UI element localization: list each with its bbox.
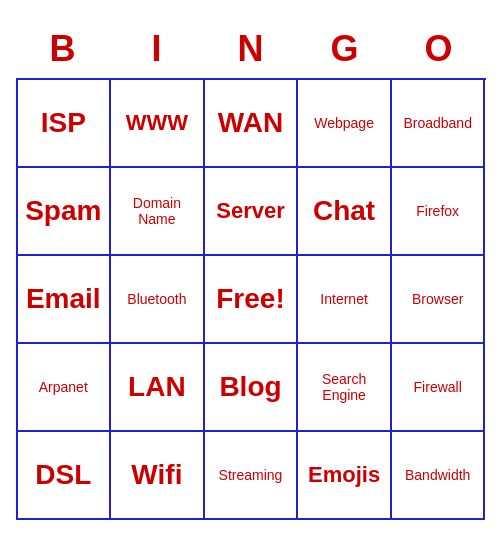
bingo-header: BINGO: [16, 24, 486, 74]
bingo-letter-o: O: [392, 24, 486, 74]
bingo-cell: Streaming: [205, 432, 299, 520]
bingo-cell: LAN: [111, 344, 205, 432]
bingo-card: BINGO ISPWWWWANWebpageBroadbandSpamDomai…: [6, 14, 496, 530]
bingo-cell: Internet: [298, 256, 392, 344]
bingo-letter-n: N: [204, 24, 298, 74]
bingo-cell: Bandwidth: [392, 432, 486, 520]
bingo-cell: WAN: [205, 80, 299, 168]
bingo-cell: Email: [18, 256, 112, 344]
bingo-cell: Browser: [392, 256, 486, 344]
bingo-grid: ISPWWWWANWebpageBroadbandSpamDomain Name…: [16, 78, 486, 520]
bingo-letter-g: G: [298, 24, 392, 74]
bingo-cell: Wifi: [111, 432, 205, 520]
bingo-cell: Chat: [298, 168, 392, 256]
bingo-cell: Spam: [18, 168, 112, 256]
bingo-cell: Firewall: [392, 344, 486, 432]
bingo-cell: Webpage: [298, 80, 392, 168]
bingo-cell: Search Engine: [298, 344, 392, 432]
bingo-letter-i: I: [110, 24, 204, 74]
bingo-cell: Server: [205, 168, 299, 256]
bingo-cell: Firefox: [392, 168, 486, 256]
bingo-cell: Emojis: [298, 432, 392, 520]
bingo-cell: DSL: [18, 432, 112, 520]
bingo-cell: Domain Name: [111, 168, 205, 256]
bingo-cell: Bluetooth: [111, 256, 205, 344]
bingo-letter-b: B: [16, 24, 110, 74]
bingo-cell: Free!: [205, 256, 299, 344]
bingo-cell: Broadband: [392, 80, 486, 168]
bingo-cell: Blog: [205, 344, 299, 432]
bingo-cell: ISP: [18, 80, 112, 168]
bingo-cell: WWW: [111, 80, 205, 168]
bingo-cell: Arpanet: [18, 344, 112, 432]
